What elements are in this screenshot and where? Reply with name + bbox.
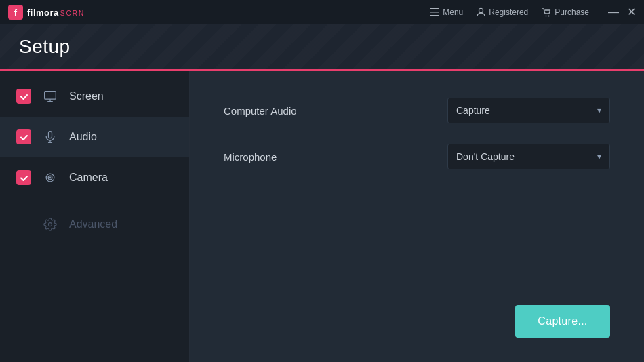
menu-button[interactable]: Menu [430, 7, 463, 17]
microphone-label: Microphone [224, 151, 277, 163]
screen-checkbox[interactable] [16, 89, 31, 104]
purchase-label: Purchase [555, 7, 589, 17]
audio-icon [42, 129, 58, 145]
audio-checkbox[interactable] [16, 129, 31, 144]
svg-rect-3 [430, 12, 439, 13]
check-icon-camera [20, 174, 28, 182]
microphone-value: Don't Capture [456, 151, 515, 162]
svg-point-5 [479, 9, 483, 13]
audio-label: Audio [69, 131, 97, 143]
svg-rect-4 [430, 15, 439, 16]
svg-point-7 [548, 15, 550, 16]
menu-label: Menu [443, 7, 463, 17]
sidebar-item-camera[interactable]: Camera [0, 157, 189, 198]
content-area: Computer Audio Capture ▾ Microphone Don'… [190, 71, 644, 362]
svg-point-16 [49, 177, 51, 178]
sidebar-item-advanced: Advanced [0, 204, 189, 245]
camera-icon [42, 169, 58, 186]
computer-audio-row: Computer Audio Capture ▾ [224, 98, 610, 123]
svg-rect-2 [430, 8, 439, 9]
titlebar-right: Menu Registered Purchase — ✕ [430, 7, 636, 18]
camera-checkbox[interactable] [16, 170, 31, 185]
computer-audio-select[interactable]: Capture ▾ [447, 98, 610, 123]
computer-audio-value: Capture [456, 105, 490, 116]
check-icon-audio [20, 133, 28, 142]
header: Setup [0, 24, 644, 71]
svg-text:f: f [14, 7, 18, 18]
purchase-button[interactable]: Purchase [542, 7, 589, 17]
page-title: Setup [19, 36, 71, 58]
microphone-arrow: ▾ [597, 152, 601, 161]
main-layout: Screen Audio [0, 71, 644, 362]
logo-text: filmora [27, 7, 59, 18]
sidebar: Screen Audio [0, 71, 190, 362]
screen-icon [42, 88, 58, 104]
advanced-icon [42, 216, 58, 233]
microphone-row: Microphone Don't Capture ▾ [224, 144, 610, 169]
camera-label: Camera [69, 172, 108, 184]
window-controls: — ✕ [608, 7, 636, 18]
svg-point-17 [49, 223, 52, 226]
titlebar: f filmorascrn Menu Registered [0, 0, 644, 24]
sidebar-item-audio[interactable]: Audio [0, 117, 189, 157]
logo-icon: f [8, 5, 23, 20]
screen-label: Screen [69, 90, 104, 102]
minimize-button[interactable]: — [608, 7, 619, 18]
svg-rect-8 [45, 92, 56, 100]
sidebar-separator [0, 201, 189, 201]
registered-label: Registered [489, 7, 528, 17]
computer-audio-arrow: ▾ [597, 106, 601, 115]
cart-icon [542, 8, 551, 17]
close-button[interactable]: ✕ [627, 7, 636, 18]
sidebar-item-screen[interactable]: Screen [0, 76, 189, 117]
svg-point-6 [546, 15, 547, 16]
logo-area: f filmorascrn [8, 5, 85, 20]
registered-button[interactable]: Registered [477, 7, 528, 17]
microphone-select[interactable]: Don't Capture ▾ [447, 144, 610, 169]
computer-audio-label: Computer Audio [224, 105, 297, 117]
advanced-label: Advanced [69, 218, 117, 230]
menu-icon [430, 8, 439, 16]
check-icon [20, 92, 28, 101]
logo-scrn-text: scrn [60, 9, 85, 17]
svg-rect-11 [49, 132, 52, 138]
user-icon [477, 7, 485, 17]
capture-button[interactable]: Capture... [515, 305, 610, 338]
